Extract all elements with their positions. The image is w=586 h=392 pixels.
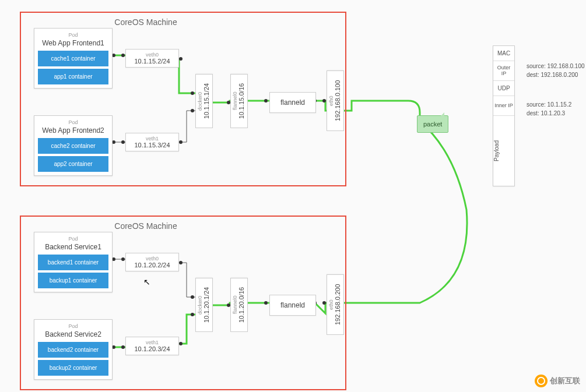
container-backup1: backup1 container <box>38 273 108 288</box>
pod-label: Pod <box>38 236 108 242</box>
pod-backend2: Pod Backend Service2 backend2 container … <box>34 319 113 380</box>
stack-inner-ip: Inner IP <box>493 96 514 116</box>
inner-ip-info: source: 10.1.15.2 dest: 10.1.20.3 <box>527 100 571 118</box>
pod-label: Pod <box>38 323 108 329</box>
pod-title: Web App Frontend2 <box>38 126 108 135</box>
veth1-m1: veth1 10.1.15.3/24 <box>125 133 179 151</box>
packet-box: packet <box>417 115 448 133</box>
outer-ip-info: source: 192.168.0.100 dest: 192.168.0.20… <box>527 62 585 79</box>
eth0-m2: eth0 192.168.0.200 <box>327 274 344 335</box>
flannel0-m1: flannel0 10.1.15.0/16 <box>230 74 248 128</box>
pod-title: Web App Frontend1 <box>38 39 108 47</box>
container-app2: app2 container <box>38 156 108 172</box>
docker0-m1: docker0 10.1.15.1/24 <box>195 74 213 128</box>
container-cache1: cache1 container <box>38 51 108 66</box>
flanneld-m2: flanneld <box>269 295 316 316</box>
pod-label: Pod <box>38 119 108 125</box>
container-backend2: backend2 container <box>38 342 108 358</box>
machine-2-title: CoreOS Machine <box>114 221 177 231</box>
pod-backend1: Pod Backend Service1 backend1 container … <box>34 232 113 292</box>
pod-frontend1: Pod Web App Frontend1 cache1 container a… <box>34 28 113 89</box>
pod-title: Backend Service2 <box>38 330 108 338</box>
stack-payload: Payload <box>493 116 500 186</box>
container-backend1: backend1 container <box>38 255 108 270</box>
eth0-m1: eth0 192.168.0.100 <box>327 70 344 131</box>
veth1-m2: veth1 10.1.20.3/24 <box>125 337 179 355</box>
container-backup2: backup2 container <box>38 360 108 376</box>
watermark-text: 创新互联 <box>550 376 580 386</box>
cursor-icon: ↖ <box>143 277 150 287</box>
flannel0-m2: flannel0 10.1.20.0/16 <box>230 278 248 332</box>
watermark-icon <box>535 375 548 387</box>
veth0-m1: veth0 10.1.15.2/24 <box>125 49 179 68</box>
stack-outer-ip: Outer IP <box>493 61 514 81</box>
pod-title: Backend Service1 <box>38 243 108 251</box>
pod-frontend2: Pod Web App Frontend2 cache2 container a… <box>34 115 113 176</box>
docker0-m2: docker0 10.1.20.1/24 <box>195 278 213 332</box>
veth0-m2: veth0 10.1.20.2/24 <box>125 253 179 271</box>
container-cache2: cache2 container <box>38 138 108 154</box>
container-app1: app1 container <box>38 69 108 84</box>
stack-udp: UDP <box>493 81 514 96</box>
pod-label: Pod <box>38 32 108 38</box>
machine-1-title: CoreOS Machine <box>114 17 177 27</box>
packet-stack: MAC Outer IP UDP Inner IP Payload <box>493 45 515 186</box>
flanneld-m1: flanneld <box>269 92 316 113</box>
watermark: 创新互联 <box>535 375 580 387</box>
stack-mac: MAC <box>493 46 514 61</box>
